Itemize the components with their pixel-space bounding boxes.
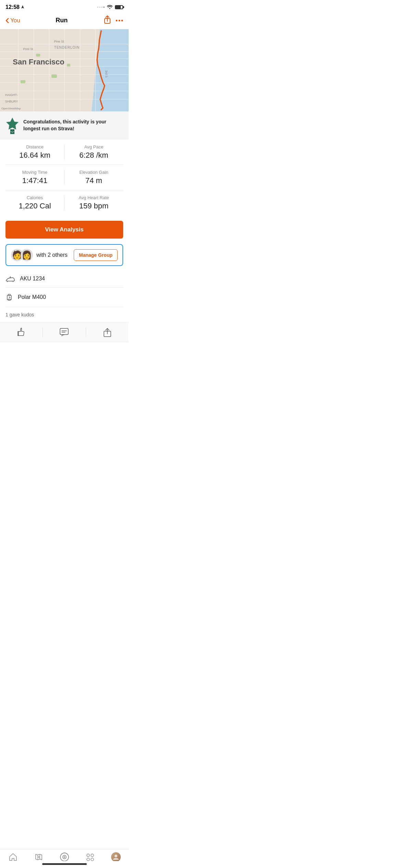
avg-pace-stat: Avg Pace 6:28 /km [64, 144, 123, 160]
calories-stat: Calories 1,220 Cal [5, 195, 64, 210]
share-action-icon [103, 327, 112, 337]
avg-hr-label: Avg Heart Rate [67, 195, 120, 200]
kudos-count: 1 gave kudos [5, 312, 34, 317]
stats-row-1: Distance 16.64 km Avg Pace 6:28 /km [5, 140, 123, 165]
svg-point-1 [116, 20, 118, 22]
status-bar: 12:58 [0, 0, 129, 12]
group-with-text: with 2 others [36, 252, 70, 258]
elevation-stat: Elevation Gain 74 m [64, 170, 123, 185]
distance-stat: Distance 16.64 km [5, 144, 64, 160]
map-post-label: Post St [23, 47, 33, 51]
svg-rect-10 [8, 294, 10, 296]
watch-icon [5, 292, 13, 302]
moving-time-label: Moving Time [8, 170, 61, 175]
share-button[interactable] [103, 15, 111, 26]
gear-shoe-item: AKU 1234 [5, 270, 123, 288]
status-icons [97, 4, 123, 10]
manage-group-button[interactable]: Manage Group [74, 249, 118, 261]
shoe-icon [5, 275, 15, 282]
elevation-label: Elevation Gain [67, 170, 120, 175]
avg-pace-value: 6:28 /km [67, 151, 120, 160]
back-button[interactable]: You [5, 17, 20, 24]
route-path [0, 29, 129, 111]
stats-row-3: Calories 1,220 Cal Avg Heart Rate 159 bp… [5, 190, 123, 215]
calories-label: Calories [8, 195, 61, 200]
map-neighborhood-label: TENDERLOIN [54, 45, 80, 49]
svg-point-3 [121, 20, 123, 22]
nav-actions [103, 15, 123, 26]
group-section: 🧑 👩 with 2 others Manage Group [5, 244, 123, 266]
heart-rate-stat: Avg Heart Rate 159 bpm [64, 195, 123, 210]
battery-icon [115, 5, 123, 9]
more-dots-icon [116, 19, 123, 22]
nav-bar: You Run [0, 12, 129, 29]
svg-point-2 [119, 20, 120, 22]
distance-value: 16.64 km [8, 151, 61, 160]
kudos-button[interactable] [0, 327, 43, 338]
shoe-name: AKU 1234 [20, 276, 45, 282]
share-action-button[interactable] [86, 327, 129, 337]
achievement-badge-icon [5, 117, 19, 134]
share-icon [103, 15, 111, 25]
avg-hr-value: 159 bpm [67, 202, 120, 210]
avatar-2: 👩 [21, 249, 33, 261]
status-time: 12:58 [5, 4, 24, 10]
back-chevron-icon [5, 18, 9, 23]
congrats-text: Congratulations, this activity is your l… [23, 119, 123, 132]
map-pine-label: Pine St [54, 40, 64, 43]
moving-time-value: 1:47:41 [8, 176, 61, 185]
location-arrow-icon [21, 5, 24, 9]
stats-row-2: Moving Time 1:47:41 Elevation Gain 74 m [5, 165, 123, 190]
svg-marker-4 [6, 118, 19, 130]
map-view[interactable]: San Francisco TENDERLOIN Pine St Post St… [0, 29, 129, 111]
view-analysis-button[interactable]: View Analysis [5, 221, 123, 239]
svg-rect-14 [60, 328, 68, 335]
elevation-value: 74 m [67, 176, 120, 185]
avg-pace-label: Avg Pace [67, 144, 120, 149]
comment-button[interactable] [43, 327, 85, 337]
map-3rd-label: 3rd S [105, 70, 108, 78]
group-avatars: 🧑 👩 [11, 249, 33, 261]
map-haight2-label: SHBURY [5, 100, 18, 103]
stats-section: Distance 16.64 km Avg Pace 6:28 /km Movi… [0, 140, 129, 215]
map-city-label: San Francisco [13, 58, 64, 67]
congrats-section: Congratulations, this activity is your l… [0, 111, 129, 140]
comment-icon [59, 327, 69, 337]
signal-icon [97, 7, 105, 8]
map-haight1-label: HAIGHT- [5, 93, 18, 97]
moving-time-stat: Moving Time 1:47:41 [5, 170, 64, 185]
calories-value: 1,220 Cal [8, 202, 61, 210]
gear-watch-item: Polar M400 [5, 288, 123, 307]
watch-name: Polar M400 [18, 294, 46, 300]
thumbs-up-icon [16, 327, 27, 338]
svg-rect-11 [8, 299, 10, 300]
back-label: You [10, 17, 20, 24]
more-button[interactable] [116, 18, 123, 23]
kudos-section: 1 gave kudos [0, 307, 129, 322]
distance-label: Distance [8, 144, 61, 149]
action-bar [0, 322, 129, 342]
gear-section: AKU 1234 Polar M400 [0, 270, 129, 307]
map-osm-label: OpenStreetMap [1, 107, 21, 110]
page-title: Run [56, 17, 68, 24]
wifi-icon [107, 4, 113, 10]
time-display: 12:58 [5, 4, 20, 10]
